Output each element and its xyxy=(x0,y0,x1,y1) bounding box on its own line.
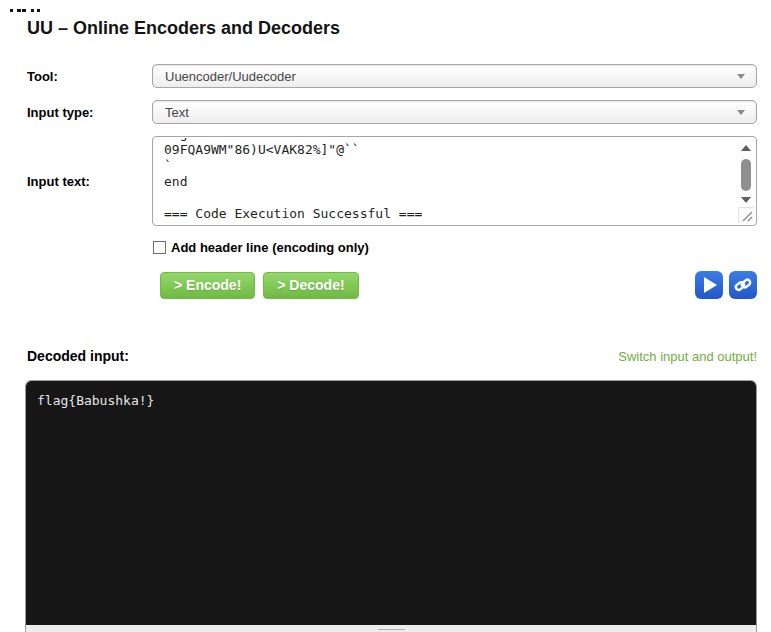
encode-button[interactable]: > Encode! xyxy=(160,272,255,299)
input-text-label: Input text: xyxy=(27,174,152,189)
play-icon[interactable] xyxy=(695,271,723,299)
caret-down-icon xyxy=(737,74,745,79)
drag-handle-icon xyxy=(378,629,405,632)
input-textarea-content: begin 644 file 09FQA9WM"86)U<VAK82%]"@``… xyxy=(154,138,737,223)
decode-button[interactable]: > Decode! xyxy=(263,272,358,299)
actions-row: > Encode! > Decode! xyxy=(152,271,757,299)
add-header-checkbox[interactable] xyxy=(153,241,166,254)
input-type-row: Input type: Text xyxy=(27,100,757,124)
decoded-output-container: flag{Babushka!} xyxy=(25,380,757,632)
resize-grip-icon[interactable] xyxy=(738,207,754,223)
input-textarea[interactable]: begin 644 file 09FQA9WM"86)U<VAK82%]"@``… xyxy=(152,136,757,226)
tool-select-value: Uuencoder/Uudecoder xyxy=(165,69,296,84)
decoded-output-value: flag{Babushka!} xyxy=(26,381,756,409)
link-icon[interactable] xyxy=(729,271,757,299)
tool-label: Tool: xyxy=(27,69,152,84)
scrollbar-thumb[interactable] xyxy=(741,159,751,191)
switch-input-output-link[interactable]: Switch input and output! xyxy=(618,349,757,364)
input-type-select[interactable]: Text xyxy=(152,100,757,124)
input-type-label: Input type: xyxy=(27,105,152,120)
tool-row: Tool: Uuencoder/Uudecoder xyxy=(27,64,757,88)
clipped-text-artifact xyxy=(10,9,42,12)
scroll-up-icon[interactable] xyxy=(741,145,751,151)
decoded-input-label: Decoded input: xyxy=(27,348,129,364)
output-resize-handle[interactable] xyxy=(26,625,756,632)
caret-down-icon xyxy=(737,110,745,115)
scrollbar[interactable] xyxy=(738,139,754,207)
scrollbar-track[interactable] xyxy=(738,157,754,191)
scroll-down-icon[interactable] xyxy=(741,197,751,203)
decoded-output-textarea[interactable]: flag{Babushka!} xyxy=(26,381,756,625)
page-title: UU – Online Encoders and Decoders xyxy=(27,18,757,38)
page: UU – Online Encoders and Decoders Tool: … xyxy=(0,0,771,632)
decoded-header: Decoded input: Switch input and output! xyxy=(27,348,757,364)
tool-select[interactable]: Uuencoder/Uudecoder xyxy=(152,64,757,88)
input-text-row: Input text: begin 644 file 09FQA9WM"86)U… xyxy=(27,136,757,226)
header-line-option: Add header line (encoding only) xyxy=(152,240,757,255)
add-header-label: Add header line (encoding only) xyxy=(171,240,369,255)
input-type-select-value: Text xyxy=(165,105,189,120)
action-icons xyxy=(689,271,757,299)
